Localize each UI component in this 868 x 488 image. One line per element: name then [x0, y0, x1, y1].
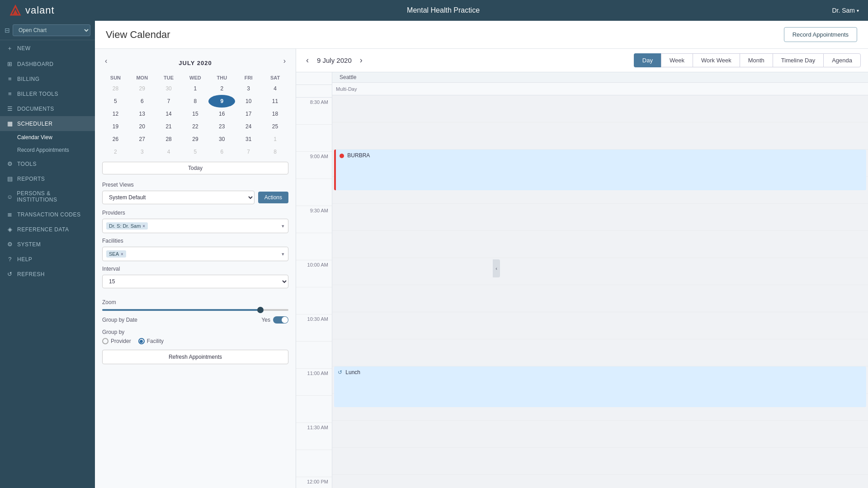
mini-cal-day-6-next-month[interactable]: 6 [208, 145, 235, 158]
appt-lunch[interactable]: ↺ Lunch [334, 366, 866, 407]
appt-burbra[interactable]: BURBRA [334, 150, 866, 190]
mini-cal-day-4-next-month[interactable]: 4 [156, 145, 182, 158]
mini-cal-day-3-next-month[interactable]: 3 [129, 145, 156, 158]
mini-cal-day-30-current[interactable]: 30 [208, 133, 235, 145]
open-chart-select[interactable]: Open Chart [13, 24, 90, 36]
mini-cal-prev-btn[interactable]: ‹ [102, 56, 110, 66]
mini-cal-day-9-today[interactable]: 9 [208, 95, 235, 108]
cal-tab-agenda[interactable]: Agenda [823, 53, 861, 67]
cal-tab-month[interactable]: Month [740, 53, 773, 67]
slot-1015[interactable] [332, 285, 868, 312]
slot-1200[interactable] [332, 475, 868, 488]
mini-cal-day-1-next-month[interactable]: 1 [262, 133, 288, 145]
mini-cal-day-7-current[interactable]: 7 [156, 95, 182, 108]
cal-tab-work-week[interactable]: Work Week [693, 53, 740, 67]
mini-cal-day-26-current[interactable]: 26 [102, 133, 129, 145]
mini-cal-day-2-next-month[interactable]: 2 [102, 145, 129, 158]
cal-prev-btn[interactable]: ‹ [303, 55, 311, 66]
mini-cal-day-17-current[interactable]: 17 [235, 108, 262, 120]
slot-1030[interactable] [332, 312, 868, 339]
sidebar-item-help[interactable]: ? HELP [0, 252, 95, 267]
mini-cal-day-31-current[interactable]: 31 [235, 133, 262, 145]
group-by-date-toggle[interactable]: Yes [261, 316, 288, 324]
slot-900[interactable]: BURBRA [332, 150, 868, 177]
slot-1100[interactable]: ↺ Lunch [332, 366, 868, 394]
facility-tag-remove[interactable]: × [121, 252, 123, 257]
mini-cal-day-30-prev-month[interactable]: 30 [156, 82, 182, 95]
sidebar-item-persons[interactable]: ☺ PERSONS & INSTITUTIONS [0, 186, 95, 207]
mini-cal-day-28-prev-month[interactable]: 28 [102, 82, 129, 95]
sidebar-item-reports[interactable]: ▤ REPORTS [0, 171, 95, 186]
provider-tag-remove[interactable]: × [142, 224, 145, 229]
cal-tab-timeline-day[interactable]: Timeline Day [773, 53, 823, 67]
toggle-track[interactable] [273, 316, 288, 324]
sidebar-sub-calendar-view[interactable]: Calendar View [0, 131, 95, 144]
sidebar-sub-record-appointments[interactable]: Record Appointments [0, 144, 95, 156]
sidebar-item-biller-tools[interactable]: ≡ BILLER TOOLS [0, 86, 95, 101]
mini-cal-day-14-current[interactable]: 14 [156, 108, 182, 120]
sidebar-item-new[interactable]: ＋ NEW [0, 40, 95, 56]
mini-cal-day-12-current[interactable]: 12 [102, 108, 129, 120]
mini-cal-day-20-current[interactable]: 20 [129, 120, 156, 133]
zoom-thumb[interactable] [257, 307, 264, 313]
sidebar-item-refresh[interactable]: ↺ REFRESH [0, 267, 95, 282]
sidebar-item-transaction-codes[interactable]: ≣ TRANSACTION CODES [0, 207, 95, 222]
mini-cal-day-8-next-month[interactable]: 8 [262, 145, 288, 158]
record-appointments-button[interactable]: Record Appointments [784, 27, 857, 42]
sidebar-item-reference-data[interactable]: ◈ REFERENCE DATA [0, 222, 95, 237]
mini-cal-day-29-current[interactable]: 29 [182, 133, 209, 145]
sidebar-item-system[interactable]: ⚙ SYSTEM [0, 237, 95, 252]
mini-cal-day-13-current[interactable]: 13 [129, 108, 156, 120]
sidebar-item-documents[interactable]: ☰ DOCUMENTS [0, 101, 95, 116]
mini-cal-day-2-current[interactable]: 2 [208, 82, 235, 95]
slot-1145[interactable] [332, 448, 868, 475]
mini-cal-day-24-current[interactable]: 24 [235, 120, 262, 133]
slot-845[interactable] [332, 122, 868, 150]
mini-cal-day-10-current[interactable]: 10 [235, 95, 262, 108]
actions-button[interactable]: Actions [258, 192, 288, 203]
mini-cal-day-19-current[interactable]: 19 [102, 120, 129, 133]
mini-cal-day-3-current[interactable]: 3 [235, 82, 262, 95]
mini-cal-day-11-current[interactable]: 11 [262, 95, 288, 108]
cal-grid-area[interactable]: Seattle Multi-Day [332, 72, 868, 488]
mini-cal-day-21-current[interactable]: 21 [156, 120, 182, 133]
collapse-panel-btn[interactable]: ‹ [493, 259, 500, 277]
sidebar-item-scheduler[interactable]: ▦ SCHEDULER [0, 116, 95, 131]
refresh-appointments-button[interactable]: Refresh Appointments [102, 350, 288, 364]
mini-cal-day-23-current[interactable]: 23 [208, 120, 235, 133]
slot-1045[interactable] [332, 339, 868, 366]
mini-cal-day-27-current[interactable]: 27 [129, 133, 156, 145]
providers-input[interactable]: Dr. S: Dr. Sam × ▾ [102, 219, 288, 233]
mini-cal-day-4-current[interactable]: 4 [262, 82, 288, 95]
radio-provider[interactable]: Provider [102, 338, 131, 344]
mini-cal-day-25-current[interactable]: 25 [262, 120, 288, 133]
preset-views-select[interactable]: System Default [102, 191, 255, 204]
mini-cal-day-5-current[interactable]: 5 [102, 95, 129, 108]
mini-cal-day-18-current[interactable]: 18 [262, 108, 288, 120]
slot-1130[interactable] [332, 421, 868, 448]
sidebar-item-dashboard[interactable]: ⊞ DASHBOARD [0, 56, 95, 71]
sidebar-item-billing[interactable]: ≡ BILLING [0, 71, 95, 86]
mini-cal-day-5-next-month[interactable]: 5 [182, 145, 209, 158]
cal-next-btn[interactable]: › [357, 55, 365, 66]
radio-facility[interactable]: Facility [138, 338, 164, 344]
mini-cal-day-1-current[interactable]: 1 [182, 82, 209, 95]
mini-cal-day-22-current[interactable]: 22 [182, 120, 209, 133]
mini-cal-next-btn[interactable]: › [281, 56, 288, 66]
mini-cal-day-28-current[interactable]: 28 [156, 133, 182, 145]
cal-tab-day[interactable]: Day [634, 53, 661, 67]
slot-1000[interactable] [332, 258, 868, 285]
user-menu[interactable]: Dr. Sam ▾ [832, 7, 859, 14]
mini-cal-day-6-current[interactable]: 6 [129, 95, 156, 108]
sidebar-item-tools[interactable]: ⚙ TOOLS [0, 156, 95, 171]
slot-930[interactable] [332, 204, 868, 231]
mini-cal-day-15-current[interactable]: 15 [182, 108, 209, 120]
today-button[interactable]: Today [102, 162, 288, 174]
interval-select[interactable]: 15 30 60 [102, 275, 288, 288]
mini-cal-day-16-current[interactable]: 16 [208, 108, 235, 120]
mini-cal-day-8-current[interactable]: 8 [182, 95, 209, 108]
cal-tab-week[interactable]: Week [661, 53, 693, 67]
slot-945[interactable] [332, 231, 868, 258]
facilities-input[interactable]: SEA × ▾ [102, 247, 288, 261]
mini-cal-day-29-prev-month[interactable]: 29 [129, 82, 156, 95]
